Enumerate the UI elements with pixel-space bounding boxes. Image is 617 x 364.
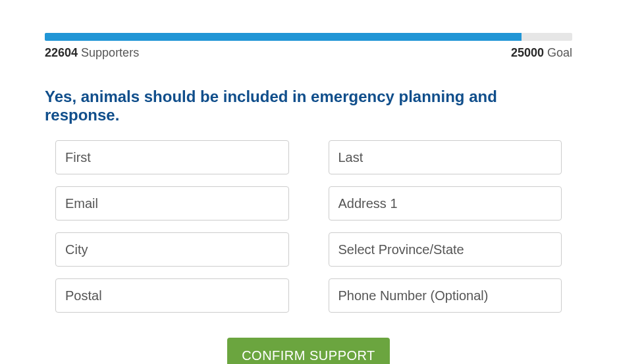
petition-form-container: 22604 Supporters 25000 Goal Yes, animals…	[0, 0, 617, 364]
progress-bar	[45, 33, 572, 41]
last-name-input[interactable]	[329, 140, 562, 174]
supporters-text: Supporters	[81, 46, 139, 59]
form-grid: Select Province/State	[45, 140, 572, 313]
first-name-input[interactable]	[55, 140, 289, 174]
goal-count: 25000	[511, 46, 544, 59]
address-input[interactable]	[329, 186, 562, 221]
confirm-support-button[interactable]: CONFIRM SUPPORT	[227, 338, 390, 364]
postal-input[interactable]	[55, 278, 289, 313]
submit-row: CONFIRM SUPPORT	[45, 338, 572, 364]
province-select[interactable]: Select Province/State	[329, 232, 562, 267]
goal-label: 25000 Goal	[511, 46, 572, 60]
petition-heading: Yes, animals should be included in emerg…	[45, 88, 572, 124]
phone-input[interactable]	[329, 278, 562, 313]
supporters-count: 22604	[45, 46, 78, 59]
goal-text: Goal	[547, 46, 572, 59]
email-input[interactable]	[55, 186, 289, 221]
city-input[interactable]	[55, 232, 289, 267]
progress-labels: 22604 Supporters 25000 Goal	[45, 46, 572, 60]
progress-bar-fill	[45, 33, 522, 41]
supporters-label: 22604 Supporters	[45, 46, 139, 60]
